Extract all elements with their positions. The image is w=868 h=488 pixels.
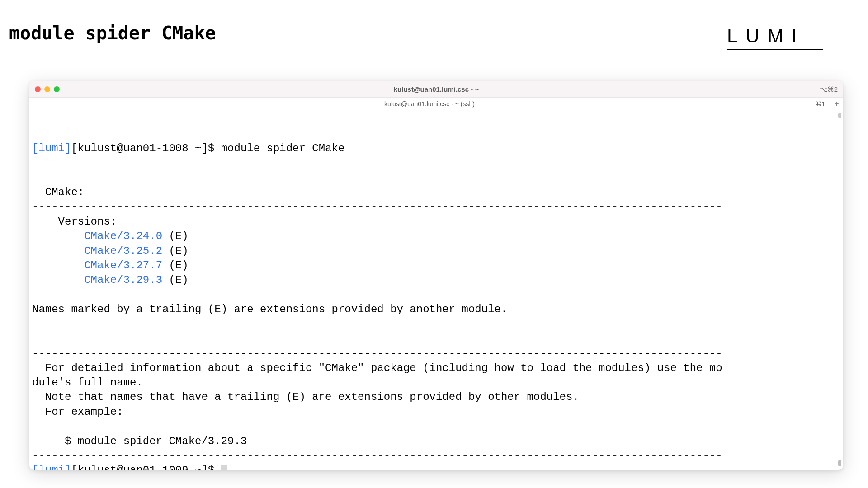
cursor-icon: [221, 465, 227, 470]
version-suffix: (E): [162, 230, 189, 242]
rule-line: ----------------------------------------…: [32, 347, 722, 359]
version-item: CMake/3.27.7: [84, 259, 162, 272]
tab-add-button[interactable]: +: [830, 98, 843, 110]
window-title: kulust@uan01.lumi.csc - ~: [394, 85, 479, 93]
scrollbar-thumb-top[interactable]: [838, 113, 841, 118]
lumi-logo: LUMI: [727, 23, 823, 50]
close-icon[interactable]: [35, 86, 41, 92]
detail-note: Note that names that have a trailing (E)…: [32, 391, 579, 403]
rule-line: ----------------------------------------…: [32, 201, 722, 213]
prompt-user: [kulust@uan01-1008 ~]$: [71, 142, 221, 155]
tab-ssh[interactable]: kulust@uan01.lumi.csc - ~ (ssh): [29, 98, 830, 110]
example-label: For example:: [32, 406, 123, 418]
detail-text: dule's full name.: [32, 376, 143, 389]
logo-text: LUMI: [727, 25, 823, 47]
terminal-window: kulust@uan01.lumi.csc - ~ ⌥⌘2 kulust@uan…: [29, 81, 843, 470]
window-titlebar: kulust@uan01.lumi.csc - ~ ⌥⌘2: [29, 81, 843, 98]
prompt-env: [lumi]: [32, 464, 71, 470]
version-suffix: (E): [162, 259, 189, 272]
version-item: CMake/3.29.3: [84, 274, 162, 286]
module-header: CMake:: [32, 186, 84, 198]
example-command: $ module spider CMake/3.29.3: [32, 435, 247, 447]
tab-bar: kulust@uan01.lumi.csc - ~ (ssh) ⌘1 +: [29, 98, 843, 110]
version-item: CMake/3.25.2: [84, 245, 162, 257]
terminal-body[interactable]: [lumi][kulust@uan01-1008 ~]$ module spid…: [29, 110, 843, 470]
tab-shortcut: ⌘1: [815, 100, 825, 108]
version-item: CMake/3.24.0: [84, 230, 162, 242]
extensions-note: Names marked by a trailing (E) are exten…: [32, 303, 507, 315]
version-suffix: (E): [162, 245, 189, 257]
detail-text: For detailed information about a specifi…: [32, 362, 722, 374]
prompt-env: [lumi]: [32, 142, 71, 155]
rule-line: ----------------------------------------…: [32, 172, 722, 184]
scrollbar-thumb-bottom[interactable]: [838, 460, 841, 466]
prompt-user: [kulust@uan01-1009 ~]$: [71, 464, 221, 470]
slide-title: module spider CMake: [9, 23, 216, 43]
version-suffix: (E): [162, 274, 189, 286]
command-text: module spider CMake: [221, 142, 345, 155]
traffic-lights: [35, 86, 60, 92]
versions-label: Versions:: [32, 216, 117, 228]
minimize-icon[interactable]: [44, 86, 50, 92]
rule-line: ----------------------------------------…: [32, 450, 722, 462]
window-shortcut-hint: ⌥⌘2: [820, 85, 838, 94]
maximize-icon[interactable]: [54, 86, 60, 92]
